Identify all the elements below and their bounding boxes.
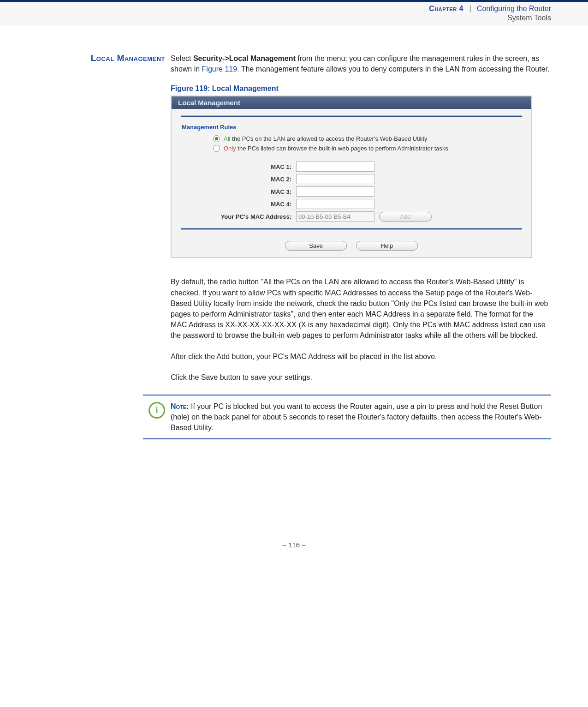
radio-label-text: the PCs listed can browse the built-in w… — [236, 145, 448, 152]
mac2-label: MAC 2: — [172, 176, 296, 183]
chapter-label: Chapter 4 — [429, 5, 463, 12]
mac4-label: MAC 4: — [172, 201, 296, 208]
page-header: Chapter 4 | Configuring the Router Syste… — [0, 0, 588, 25]
figure-caption: Figure 119: Local Management — [171, 84, 551, 93]
page-number: – 116 – — [0, 439, 588, 563]
radio-label-highlight: All — [224, 135, 230, 142]
radio-option-all[interactable]: All the PCs on the LAN are allowed to ac… — [213, 135, 531, 142]
mac3-label: MAC 3: — [172, 188, 296, 195]
figure-titlebar: Local Management — [172, 96, 531, 109]
intro-paragraph: Select Security->Local Management from t… — [171, 53, 551, 74]
body-paragraph-3: Click the Save button to save your setti… — [171, 372, 551, 383]
mac4-input[interactable] — [296, 199, 374, 209]
your-mac-label: Your PC's MAC Address: — [172, 213, 296, 220]
intro-text: . The management feature allows you to d… — [237, 65, 549, 73]
radio-label-text: the PCs on the LAN are allowed to access… — [230, 135, 427, 142]
intro-menu-path: Security->Local Management — [193, 54, 296, 62]
radio-label-highlight: Only — [224, 145, 236, 152]
mac1-input[interactable] — [296, 162, 374, 172]
note-label: Note: — [171, 402, 189, 410]
mac2-input[interactable] — [296, 174, 374, 184]
body-paragraph-2: After click the Add button, your PC's MA… — [171, 351, 551, 362]
divider: | — [469, 5, 471, 12]
radio-option-only[interactable]: Only the PCs listed can browse the built… — [213, 145, 531, 152]
info-icon: i — [148, 402, 165, 419]
add-button[interactable]: Add — [379, 212, 432, 222]
help-button[interactable]: Help — [356, 241, 418, 251]
figure-reference-link[interactable]: Figure 119 — [202, 65, 238, 73]
figure-divider — [181, 115, 522, 117]
body-paragraph-1: By default, the radio button "All the PC… — [171, 276, 551, 341]
note-text: If your PC is blocked but you want to ac… — [171, 402, 542, 431]
section-heading: Local Management — [55, 53, 171, 63]
header-subtitle: System Tools — [0, 14, 551, 22]
radio-icon — [213, 145, 220, 152]
radio-icon — [213, 135, 220, 142]
figure-subheading: Management Rules — [182, 124, 521, 131]
intro-text: Select — [171, 54, 193, 62]
note-block: i Note: If your PC is blocked but you wa… — [143, 395, 551, 440]
mac3-input[interactable] — [296, 186, 374, 197]
mac1-label: MAC 1: — [172, 163, 296, 170]
figure-divider — [181, 228, 522, 230]
chapter-title: Configuring the Router — [477, 5, 551, 12]
figure-local-management: Local Management Management Rules All th… — [171, 96, 532, 258]
your-mac-value: 00-10-B5-09-B5-B4 — [296, 211, 374, 222]
save-button[interactable]: Save — [285, 241, 347, 251]
